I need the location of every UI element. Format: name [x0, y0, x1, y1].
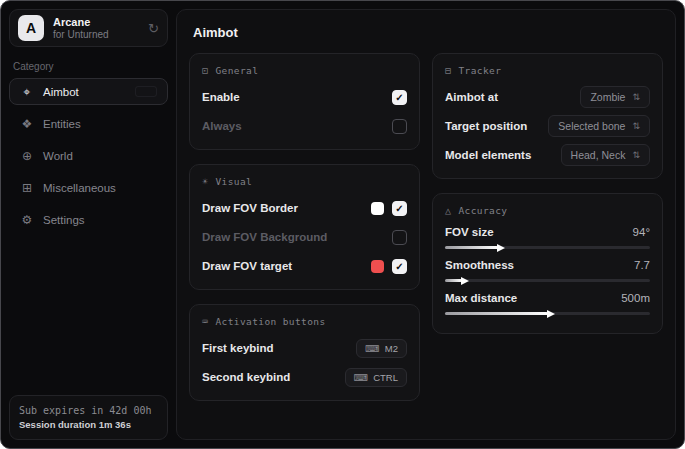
- tracker-section: ⊟ Tracker Aimbot at Zombie ⇅ Target posi…: [432, 53, 663, 179]
- crosshair-icon: ⌖: [20, 85, 34, 99]
- first-keybind-button[interactable]: ⌨ M2: [356, 339, 407, 358]
- dropdown-value: Head, Neck: [571, 149, 626, 161]
- session-duration-text: Session duration 1m 36s: [19, 418, 158, 432]
- tracker-icon: ⊟: [445, 65, 451, 76]
- subscription-status: Sub expires in 42d 00h Session duration …: [9, 395, 168, 440]
- setting-row-model-elements: Model elements Head, Neck ⇅: [445, 144, 650, 166]
- second-keybind-button[interactable]: ⌨ CTRL: [345, 368, 407, 387]
- dropdown-value: Zombie: [590, 91, 625, 103]
- visual-section: ☀ Visual Draw FOV Border Draw FOV Backgr…: [189, 164, 420, 290]
- model-elements-dropdown[interactable]: Head, Neck ⇅: [561, 144, 650, 166]
- brightness-icon: ☀: [202, 176, 208, 187]
- grid-icon: ⊞: [20, 181, 34, 195]
- gear-icon: ⚙: [20, 213, 34, 227]
- visual-section-header: ☀ Visual: [202, 176, 407, 187]
- slider-fill: [445, 246, 498, 249]
- sidebar-item-settings[interactable]: ⚙ Settings: [9, 206, 168, 233]
- setting-row-fov-background: Draw FOV Background: [202, 226, 407, 248]
- general-section: ⊡ General Enable Always: [189, 53, 420, 150]
- sidebar: A Arcane for Unturned ↻ Category ⌖ Aimbo…: [1, 1, 176, 448]
- max-distance-slider[interactable]: [445, 312, 650, 315]
- sidebar-item-entities[interactable]: ❖ Entities: [9, 110, 168, 137]
- setting-row-fov-size: FOV size 94°: [445, 226, 650, 249]
- setting-label: Model elements: [445, 149, 531, 161]
- sidebar-item-world[interactable]: ⊕ World: [9, 142, 168, 169]
- app-name: Arcane: [53, 16, 139, 29]
- dropdown-value: Selected bone: [558, 120, 625, 132]
- app-header: A Arcane for Unturned ↻: [9, 9, 168, 47]
- smoothness-slider[interactable]: [445, 279, 650, 282]
- keybind-hint: [135, 86, 157, 97]
- fov-target-checkbox[interactable]: [392, 259, 407, 274]
- keybind-value: CTRL: [373, 372, 398, 383]
- keyboard-icon: ⌨: [365, 343, 379, 354]
- main-panel: Aimbot ⊡ General Enable A: [176, 9, 676, 440]
- page-title: Aimbot: [193, 25, 663, 40]
- sub-expiry-text: Sub expires in 42d 00h: [19, 403, 158, 418]
- sidebar-nav: ⌖ Aimbot ❖ Entities ⊕ World ⊞ Miscellane…: [9, 78, 168, 238]
- setting-row-fov-border: Draw FOV Border: [202, 197, 407, 219]
- keyboard-icon: ⌨: [354, 372, 368, 383]
- section-title: General: [215, 65, 258, 76]
- refresh-icon[interactable]: ↻: [148, 21, 159, 36]
- content-columns: ⊡ General Enable Always: [189, 53, 663, 401]
- up-down-arrows-icon: ⇅: [632, 92, 640, 102]
- up-down-arrows-icon: ⇅: [632, 150, 640, 160]
- sidebar-item-label: Entities: [43, 118, 157, 130]
- app-logo: A: [18, 15, 44, 41]
- smoothness-value: 7.7: [634, 259, 650, 271]
- setting-row-enable: Enable: [202, 86, 407, 108]
- setting-label: Aimbot at: [445, 91, 498, 103]
- keyboard-icon: ⌨: [202, 316, 208, 327]
- right-column: ⊟ Tracker Aimbot at Zombie ⇅ Target posi…: [432, 53, 663, 334]
- section-title: Visual: [215, 176, 252, 187]
- setting-row-fov-target: Draw FOV target: [202, 255, 407, 277]
- slider-fill: [445, 312, 548, 315]
- setting-label: Draw FOV target: [202, 260, 292, 272]
- section-title: Activation buttons: [215, 316, 325, 327]
- fov-border-color-swatch[interactable]: [371, 202, 384, 215]
- sidebar-item-label: World: [43, 150, 157, 162]
- keybind-value: M2: [385, 343, 398, 354]
- sidebar-item-miscellaneous[interactable]: ⊞ Miscellaneous: [9, 174, 168, 201]
- always-checkbox[interactable]: [392, 119, 407, 134]
- activation-section-header: ⌨ Activation buttons: [202, 316, 407, 327]
- globe-icon: ⊕: [20, 149, 34, 163]
- setting-label: Smoothness: [445, 259, 514, 271]
- setting-row-target-position: Target position Selected bone ⇅: [445, 115, 650, 137]
- setting-row-first-keybind: First keybind ⌨ M2: [202, 337, 407, 359]
- app-subtitle: for Unturned: [53, 29, 139, 41]
- max-distance-value: 500m: [621, 292, 650, 304]
- section-title: Tracker: [458, 65, 501, 76]
- sidebar-item-label: Miscellaneous: [43, 182, 157, 194]
- setting-label: Enable: [202, 91, 240, 103]
- slider-fill: [445, 279, 462, 282]
- setting-label: Second keybind: [202, 371, 290, 383]
- setting-label: First keybind: [202, 342, 274, 354]
- setting-row-smoothness: Smoothness 7.7: [445, 259, 650, 282]
- tracker-section-header: ⊟ Tracker: [445, 65, 650, 76]
- setting-label: Draw FOV Border: [202, 202, 298, 214]
- sidebar-item-aimbot[interactable]: ⌖ Aimbot: [9, 78, 168, 105]
- setting-label: Target position: [445, 120, 527, 132]
- fov-size-slider[interactable]: [445, 246, 650, 249]
- activation-buttons-section: ⌨ Activation buttons First keybind ⌨ M2 …: [189, 304, 420, 401]
- setting-label: FOV size: [445, 226, 494, 238]
- fov-border-checkbox[interactable]: [392, 201, 407, 216]
- app-meta: Arcane for Unturned: [53, 16, 139, 40]
- general-section-header: ⊡ General: [202, 65, 407, 76]
- entities-icon: ❖: [20, 117, 34, 131]
- left-column: ⊡ General Enable Always: [189, 53, 420, 401]
- setting-label: Draw FOV Background: [202, 231, 327, 243]
- accuracy-section-header: △ Accuracy: [445, 205, 650, 216]
- aimbot-at-dropdown[interactable]: Zombie ⇅: [580, 86, 650, 108]
- setting-row-second-keybind: Second keybind ⌨ CTRL: [202, 366, 407, 388]
- fov-target-color-swatch[interactable]: [371, 260, 384, 273]
- sliders-icon: ⊡: [202, 65, 208, 76]
- fov-background-checkbox[interactable]: [392, 230, 407, 245]
- enable-checkbox[interactable]: [392, 90, 407, 105]
- app-window: A Arcane for Unturned ↻ Category ⌖ Aimbo…: [0, 0, 685, 449]
- up-down-arrows-icon: ⇅: [632, 121, 640, 131]
- target-position-dropdown[interactable]: Selected bone ⇅: [548, 115, 650, 137]
- triangle-icon: △: [445, 205, 451, 216]
